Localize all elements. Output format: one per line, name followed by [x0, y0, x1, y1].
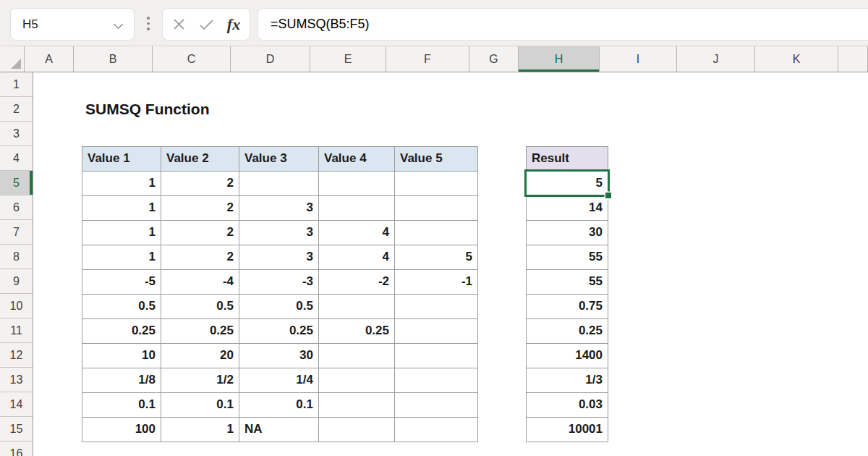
cell-F10[interactable] — [395, 295, 478, 319]
cell-H11[interactable]: 0.25 — [527, 319, 608, 344]
cell-C15[interactable]: 1 — [161, 418, 239, 442]
cell-B6[interactable]: 1 — [82, 196, 161, 221]
column-header-J[interactable]: J — [677, 46, 755, 72]
column-header-E[interactable]: E — [310, 46, 386, 72]
cell-E12[interactable] — [319, 344, 395, 368]
select-all-corner[interactable] — [0, 46, 25, 72]
fill-handle[interactable] — [605, 193, 611, 198]
row-header-8[interactable]: 8 — [0, 245, 33, 269]
cell-D5[interactable] — [239, 172, 319, 196]
cell-H14[interactable]: 0.03 — [527, 393, 608, 418]
column-header-I[interactable]: I — [600, 46, 677, 72]
column-header-F[interactable]: F — [386, 46, 469, 72]
row-header-5[interactable]: 5 — [0, 171, 33, 195]
formula-input[interactable]: =SUMSQ(B5:F5) — [258, 8, 868, 41]
cell-F4[interactable]: Value 5 — [395, 147, 478, 172]
cell-H9[interactable]: 55 — [527, 270, 608, 295]
cell-C9[interactable]: -4 — [161, 270, 239, 295]
cell-B9[interactable]: -5 — [82, 270, 161, 295]
column-header-G[interactable]: G — [469, 46, 519, 72]
chevron-down-icon[interactable] — [114, 20, 123, 29]
row-header-14[interactable]: 14 — [0, 392, 33, 417]
cell-C8[interactable]: 2 — [161, 245, 239, 270]
row-header-10[interactable]: 10 — [0, 294, 33, 318]
cell-B14[interactable]: 0.1 — [82, 393, 161, 418]
row-header-9[interactable]: 9 — [0, 269, 33, 294]
row-header-7[interactable]: 7 — [0, 220, 33, 245]
cell-C6[interactable]: 2 — [161, 196, 239, 221]
cell-B10[interactable]: 0.5 — [82, 295, 161, 319]
cell-H8[interactable]: 55 — [527, 245, 608, 270]
cell-E4[interactable]: Value 4 — [319, 147, 395, 172]
cell-B13[interactable]: 1/8 — [82, 368, 161, 393]
cell-D7[interactable]: 3 — [239, 221, 319, 245]
enter-button[interactable] — [195, 13, 218, 36]
cell-B15[interactable]: 100 — [82, 418, 161, 442]
cell-H15[interactable]: 10001 — [527, 418, 608, 442]
cell-F9[interactable]: -1 — [395, 270, 478, 295]
cell-B12[interactable]: 10 — [82, 344, 161, 368]
cell-D6[interactable]: 3 — [239, 196, 319, 221]
cell-B4[interactable]: Value 1 — [82, 147, 161, 172]
cell-C11[interactable]: 0.25 — [161, 319, 239, 344]
cell-C5[interactable]: 2 — [161, 172, 239, 196]
cell-F13[interactable] — [395, 368, 478, 393]
cell-D9[interactable]: -3 — [239, 270, 319, 295]
cell-D14[interactable]: 0.1 — [239, 393, 319, 418]
cell-B5[interactable]: 1 — [82, 172, 161, 196]
cell-F15[interactable] — [395, 418, 478, 442]
cancel-button[interactable] — [167, 13, 190, 36]
column-header-A[interactable]: A — [25, 46, 74, 72]
cell-E9[interactable]: -2 — [319, 270, 395, 295]
cell-F5[interactable] — [395, 172, 478, 196]
cell-D11[interactable]: 0.25 — [239, 319, 319, 344]
cell-H13[interactable]: 1/3 — [527, 368, 608, 393]
cell-E13[interactable] — [319, 368, 395, 393]
column-header-partial[interactable] — [838, 46, 868, 72]
cell-C12[interactable]: 20 — [161, 344, 239, 368]
cell-E10[interactable] — [319, 295, 395, 319]
cell-B11[interactable]: 0.25 — [82, 319, 161, 344]
sheet-title[interactable]: SUMSQ Function — [85, 97, 210, 122]
cell-F14[interactable] — [395, 393, 478, 418]
row-header-4[interactable]: 4 — [0, 146, 33, 171]
cell-C7[interactable]: 2 — [161, 221, 239, 245]
cell-F6[interactable] — [395, 196, 478, 221]
name-box[interactable]: H5 — [10, 8, 135, 41]
cell-D4[interactable]: Value 3 — [239, 147, 319, 172]
cell-D13[interactable]: 1/4 — [239, 368, 319, 393]
cell-H4[interactable]: Result — [527, 147, 608, 172]
column-header-C[interactable]: C — [153, 46, 231, 72]
row-header-13[interactable]: 13 — [0, 368, 33, 392]
cell-C4[interactable]: Value 2 — [161, 147, 239, 172]
row-header-1[interactable]: 1 — [0, 72, 33, 97]
cell-F7[interactable] — [395, 221, 478, 245]
cell-D8[interactable]: 3 — [239, 245, 319, 270]
row-header-11[interactable]: 11 — [0, 318, 33, 343]
column-header-H[interactable]: H — [519, 46, 600, 72]
cell-H6[interactable]: 14 — [527, 196, 608, 221]
cell-D15[interactable]: NA — [239, 418, 319, 442]
cell-H5[interactable]: 5 — [527, 172, 608, 196]
cell-E5[interactable] — [319, 172, 395, 196]
cell-H12[interactable]: 1400 — [527, 344, 608, 368]
cell-F8[interactable]: 5 — [395, 245, 478, 270]
cell-E8[interactable]: 4 — [319, 245, 395, 270]
cell-F12[interactable] — [395, 344, 478, 368]
column-header-K[interactable]: K — [755, 46, 838, 72]
cell-E6[interactable] — [319, 196, 395, 221]
cell-H7[interactable]: 30 — [527, 221, 608, 245]
cell-E7[interactable]: 4 — [319, 221, 395, 245]
row-header-3[interactable]: 3 — [0, 122, 33, 146]
cell-F11[interactable] — [395, 319, 478, 344]
row-header-12[interactable]: 12 — [0, 343, 33, 368]
cell-E14[interactable] — [319, 393, 395, 418]
cell-E15[interactable] — [319, 418, 395, 442]
row-header-2[interactable]: 2 — [0, 97, 33, 122]
cell-B8[interactable]: 1 — [82, 245, 161, 270]
row-header-16[interactable]: 16 — [0, 442, 33, 456]
column-header-B[interactable]: B — [74, 46, 153, 72]
cell-B7[interactable]: 1 — [82, 221, 161, 245]
column-header-D[interactable]: D — [231, 46, 310, 72]
row-header-6[interactable]: 6 — [0, 195, 33, 220]
